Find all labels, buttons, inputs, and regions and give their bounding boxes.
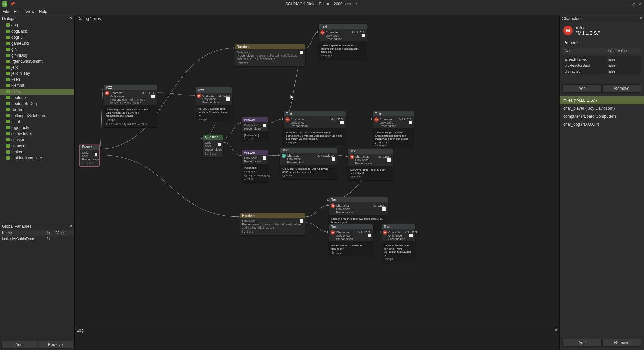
close-icon[interactable]: ✕ [639,2,642,6]
dialog-item-label: dogFull [11,35,24,40]
graph-node-text[interactable]: TextJCharacter:Joy DavidsonOnly oncePrec… [280,147,338,179]
character-list-item[interactable]: computer ("Board Computer") [560,112,644,120]
character-list-item[interactable]: char_dog ("D.O.G.") [560,120,644,128]
properties-label: Properties: [560,39,644,46]
node-onlyonce-checkbox[interactable] [300,51,303,54]
node-title: Question [203,135,223,140]
graph-node-answer[interactable]: AnswerOnly oncePrecondition[Anhauchen]Sc… [241,117,268,143]
dialog-list-item[interactable]: jello [0,64,74,70]
log-panel-close-icon[interactable]: × [555,328,557,332]
node-onlyonce-label: Only once [336,234,350,237]
dialog-icon [6,102,10,105]
menubar: File Edit View Help [0,8,644,15]
pin-icon[interactable]: 📌 [10,2,15,6]
dialog-icon [6,150,10,154]
globals-row[interactable]: lookedAtCabinDoorfalse [0,236,74,242]
dialog-list-item[interactable]: jelloInTray [0,70,74,76]
character-list-remove-button[interactable]: Remove [602,339,642,347]
graph-node-branch[interactable]: BranchOnly oncePreconditionScript: [79,144,100,167]
node-onlyonce-checkbox[interactable] [263,156,266,160]
dialog-list-item[interactable]: NieNie [0,107,74,113]
dialog-list-item[interactable]: dogFull [0,34,74,40]
node-onlyonce-checkbox[interactable] [387,158,391,162]
menu-file[interactable]: File [3,9,9,14]
properties-add-button[interactable]: Add [562,84,602,93]
node-onlyonce-checkbox[interactable] [409,121,412,124]
node-character-label: Character: [287,154,301,157]
dialog-list-item[interactable]: keen [0,76,74,82]
node-onlyonce-checkbox[interactable] [151,95,155,98]
property-row[interactable]: distractedfalse [562,68,641,74]
dialog-list-item[interactable]: screwdriver [0,131,74,137]
characters-panel: Characters × M miles "M.I.L.E.S." Proper… [559,15,644,350]
graph-node-text[interactable]: TextMCharacter:M.I.L.E.S.Only oncePrecon… [329,224,373,256]
character-list-add-button[interactable]: Add [562,339,602,347]
globals-remove-button[interactable]: Remove [38,341,73,349]
node-onlyonce-checkbox[interactable] [332,157,335,161]
node-content-text: Oh, Miles! Guck mal da: Der Akku von H-4… [282,167,335,174]
node-onlyonce-checkbox[interactable] [95,153,97,156]
dialog-list-item[interactable]: dog [0,22,74,28]
dialog-list-item[interactable]: plant [0,119,74,125]
node-onlyonce-checkbox[interactable] [263,124,266,127]
property-row[interactable]: alreadyTalkedfalse [562,56,641,62]
dialogs-panel-close-icon[interactable]: × [70,16,72,21]
dialog-list-item[interactable]: IrgendwasStimmt [0,58,74,64]
graph-node-question[interactable]: QuestionOnly oncePreconditionScript: [203,134,223,157]
graph-node-answer[interactable]: AnswerOnly oncePrecondition[Ablenken]Scr… [241,150,268,182]
menu-help[interactable]: Help [39,9,47,14]
graph-canvas[interactable]: BranchOnly oncePreconditionScript:TextMC… [75,22,559,327]
props-col-value: Initial Value [606,48,641,54]
character-list-item[interactable]: miles ("M.I.L.E.S.") [560,96,644,104]
character-badge: J [282,154,286,158]
node-onlyonce-checkbox[interactable] [368,234,371,237]
characters-panel-close-icon[interactable]: × [640,16,642,21]
graph-node-random[interactable]: RandomOnly oncePrecondition return miles… [234,44,305,66]
graph-node-text[interactable]: TextMCharacter:M.I.L.E.S.Only oncePrecon… [348,148,393,180]
graph-node-text[interactable]: TextMCharacter:M.I.L.E.S.Only oncePrecon… [103,84,157,127]
minimize-icon[interactable]: ⌄ [626,2,629,6]
maximize-icon[interactable]: ◇ [632,2,635,6]
dialog-list-item[interactable]: seastar [0,137,74,143]
dialog-list-item[interactable]: neptune [0,95,74,101]
dialog-list-item[interactable]: dogBack [0,28,74,34]
dialog-list-item[interactable]: ginInDog [0,52,74,58]
character-avatar: M [563,26,573,35]
character-list-item[interactable]: char_player ("Joy Davidson") [560,104,644,112]
dialog-list[interactable]: dogdogBackdogFullgameEndginginInDogIrgen… [0,22,74,223]
graph-node-text[interactable]: TextMCharacter:M.I.L.E.S.Only oncePrecon… [319,24,368,59]
dialog-list-item[interactable]: somyeol [0,143,74,149]
property-row[interactable]: bioReactorSaidfalse [562,62,641,68]
dialog-list-item[interactable]: gameEnd [0,40,74,46]
dialogs-panel: Dialogs × dogdogBackdogFullgameEndgingin… [0,15,74,223]
dialog-list-item[interactable]: tanken [0,149,74,155]
dialog-list-item[interactable]: nothingInSideboard [0,113,74,119]
node-onlyonce-checkbox[interactable] [362,34,365,37]
graph-node-text[interactable]: TextMCharacter:M.I.L.E.S.Only oncePrecon… [195,87,232,123]
node-onlyonce-checkbox[interactable] [300,219,303,223]
graph-node-text[interactable]: TextMCharacter:M.I.L.E.S.Only oncePrecon… [284,111,346,147]
character-list[interactable]: miles ("M.I.L.E.S.")char_player ("Joy Da… [560,96,644,337]
menu-edit[interactable]: Edit [14,9,21,14]
menu-view[interactable]: View [25,9,34,14]
graph-node-text[interactable]: TextMCharacter:M.I.L.E.S.Only oncePrecon… [381,224,415,262]
dialog-list-item[interactable]: gin [0,46,74,52]
properties-body[interactable]: alreadyTalkedfalsebioReactorSaidfalsedis… [562,56,641,74]
dialog-list-item[interactable]: ragetracks [0,125,74,131]
node-onlyonce-checkbox[interactable] [340,121,344,124]
dialog-list-item[interactable]: klemmt [0,82,74,89]
dialog-list-item[interactable]: tankfuellung_leer [0,155,74,161]
dialog-list-item[interactable]: neptuneInDog [0,101,74,107]
node-onlyonce-checkbox[interactable] [218,143,221,146]
node-onlyonce-checkbox[interactable] [409,234,413,237]
node-precondition-label: Precondition [336,237,353,241]
globals-add-button[interactable]: Add [1,341,37,349]
graph-node-text[interactable]: TextMCharacter:M.I.L.E.S.Only oncePrecon… [373,111,415,150]
globals-panel-close-icon[interactable]: × [70,224,72,228]
properties-remove-button[interactable]: Remove [602,84,642,93]
node-onlyonce-checkbox[interactable] [382,207,386,211]
globals-body[interactable]: lookedAtCabinDoorfalse [0,236,74,339]
dialog-list-item[interactable]: miles [0,89,74,95]
graph-node-random[interactable]: RandomOnly oncePrecondition return miles… [239,213,306,235]
node-onlyonce-checkbox[interactable] [226,97,230,101]
